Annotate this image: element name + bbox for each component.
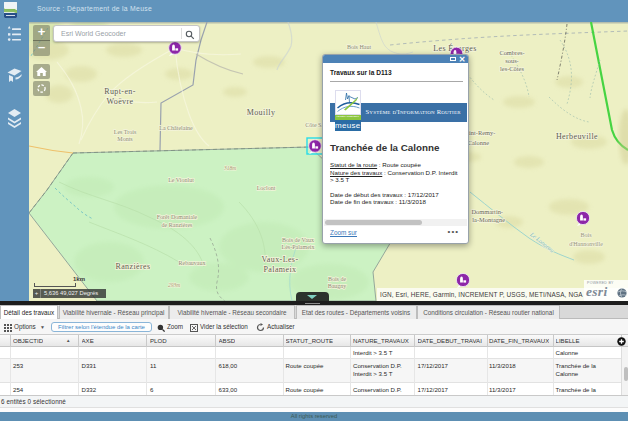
svg-text:Ranzières: Ranzières (115, 262, 150, 271)
svg-text:318m: 318m (223, 165, 236, 171)
svg-text:Loclont: Loclont (257, 185, 276, 191)
svg-text:Bois: Bois (580, 232, 592, 238)
svg-text:de Ranzières: de Ranzières (162, 222, 193, 228)
svg-text:la-Montagne: la-Montagne (472, 216, 505, 223)
svg-text:Le Vionlut: Le Vionlut (168, 177, 194, 183)
svg-text:Les Trois: Les Trois (114, 129, 137, 135)
svg-text:Baugny: Baugny (328, 283, 347, 289)
svg-text:d'Hannonville: d'Hannonville (569, 241, 603, 247)
svg-text:Bois de Vaux: Bois de Vaux (282, 237, 314, 243)
svg-text:Woëvre: Woëvre (106, 97, 133, 106)
svg-text:Lès-Palameix: Lès-Palameix (282, 244, 315, 250)
svg-text:Dommartin-: Dommartin- (471, 208, 503, 215)
svg-text:Palameix: Palameix (264, 265, 297, 274)
svg-text:Combres-: Combres- (499, 49, 524, 56)
svg-text:sous-: sous- (505, 57, 519, 64)
svg-text:Herbeuville: Herbeuville (556, 132, 598, 141)
svg-text:Forêt Domaniale: Forêt Domaniale (157, 214, 198, 220)
svg-text:Mouilly: Mouilly (247, 108, 276, 117)
svg-text:La Châtelaine: La Châtelaine (159, 125, 193, 131)
svg-text:293m: 293m (168, 282, 180, 288)
svg-text:Bois de: Bois de (328, 276, 347, 282)
svg-text:les-Côtes: les-Côtes (500, 65, 524, 72)
svg-text:Bois Haut: Bois Haut (347, 44, 372, 50)
svg-text:Rebauvaux: Rebauvaux (179, 260, 206, 266)
svg-text:Vaux-Les-: Vaux-Les- (262, 255, 299, 264)
svg-text:Rupt-en-: Rupt-en- (104, 87, 136, 96)
svg-text:Monts: Monts (117, 136, 133, 142)
